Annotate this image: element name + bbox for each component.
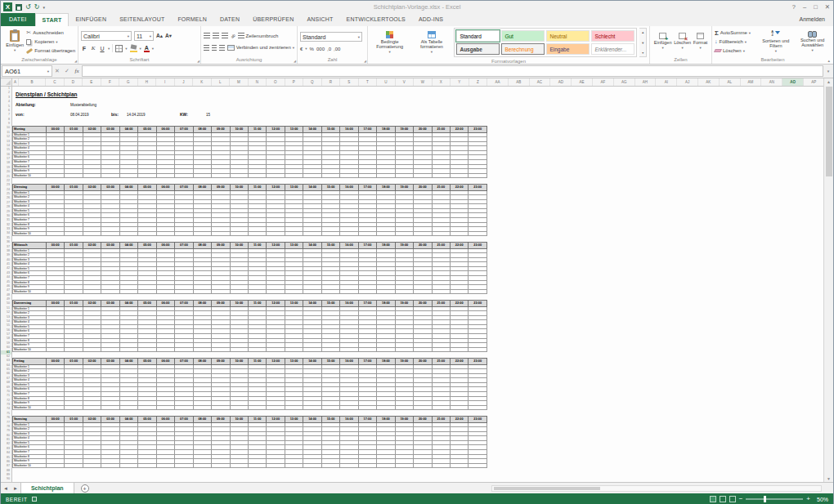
- time-header-cell[interactable]: 21:00: [432, 417, 450, 423]
- style-tile-gut[interactable]: Gut: [501, 30, 545, 42]
- column-header-y[interactable]: Y: [451, 78, 469, 86]
- column-header-ac[interactable]: AC: [530, 78, 551, 86]
- shift-cell[interactable]: [47, 347, 65, 352]
- save-icon[interactable]: [16, 4, 22, 11]
- time-header-cell[interactable]: 06:00: [156, 359, 174, 365]
- time-header-cell[interactable]: 16:00: [340, 127, 358, 133]
- column-header-af[interactable]: AF: [593, 78, 614, 86]
- shift-cell[interactable]: [377, 231, 395, 236]
- decrease-font-icon[interactable]: A▾: [165, 33, 172, 39]
- shift-cell[interactable]: [469, 289, 487, 294]
- time-header-cell[interactable]: 23:00: [469, 185, 487, 191]
- time-header-cell[interactable]: 16:00: [340, 301, 358, 307]
- help-icon[interactable]: ?: [792, 1, 796, 13]
- time-header-cell[interactable]: 20:00: [414, 127, 432, 133]
- shift-cell[interactable]: [119, 405, 137, 410]
- time-header-cell[interactable]: 21:00: [432, 185, 450, 191]
- vertical-scroll-thumb[interactable]: [826, 87, 832, 176]
- shift-cell[interactable]: [414, 289, 432, 294]
- time-header-cell[interactable]: 17:00: [358, 185, 376, 191]
- increase-font-icon[interactable]: A▴: [156, 33, 163, 39]
- day-label-cell[interactable]: Mittwoch: [13, 243, 47, 249]
- day-label-cell[interactable]: Montag: [13, 127, 47, 133]
- time-header-cell[interactable]: 23:00: [469, 243, 487, 249]
- shift-cell[interactable]: [340, 347, 358, 352]
- undo-icon[interactable]: ↺: [25, 2, 31, 12]
- scroll-up-icon[interactable]: ▲: [824, 79, 833, 84]
- shift-cell[interactable]: [358, 289, 376, 294]
- shift-cell[interactable]: [175, 405, 193, 410]
- shift-cell[interactable]: [47, 289, 65, 294]
- column-header-r[interactable]: R: [322, 78, 341, 86]
- enter-icon[interactable]: ✓: [62, 68, 72, 74]
- maximize-icon[interactable]: □: [814, 1, 818, 13]
- time-header-cell[interactable]: 07:00: [175, 127, 193, 133]
- redo-icon[interactable]: ↻: [34, 2, 40, 12]
- time-header-cell[interactable]: 10:00: [230, 301, 248, 307]
- shift-cell[interactable]: [230, 463, 248, 468]
- comma-format-icon[interactable]: 000: [316, 47, 325, 51]
- shift-cell[interactable]: [377, 463, 395, 468]
- time-header-cell[interactable]: 04:00: [119, 301, 137, 307]
- style-tile-schlecht[interactable]: Schlecht: [591, 30, 634, 42]
- time-header-cell[interactable]: 21:00: [432, 127, 450, 133]
- shift-cell[interactable]: [156, 463, 174, 468]
- copy-button[interactable]: Kopieren▾: [26, 38, 75, 46]
- time-header-cell[interactable]: 13:00: [285, 359, 303, 365]
- shift-cell[interactable]: [175, 347, 193, 352]
- shift-cell[interactable]: [101, 289, 119, 294]
- time-header-cell[interactable]: 13:00: [285, 301, 303, 307]
- zoom-out-icon[interactable]: −: [739, 495, 743, 503]
- column-header-ai[interactable]: AI: [656, 78, 677, 86]
- time-header-cell[interactable]: 11:00: [248, 301, 266, 307]
- time-header-cell[interactable]: 07:00: [175, 185, 193, 191]
- column-header-c[interactable]: C: [46, 78, 65, 86]
- time-header-cell[interactable]: 20:00: [414, 359, 432, 365]
- column-header-al[interactable]: AL: [720, 78, 741, 86]
- time-header-cell[interactable]: 17:00: [358, 359, 376, 365]
- shift-cell[interactable]: [377, 347, 395, 352]
- column-header-h[interactable]: H: [138, 78, 157, 86]
- time-header-cell[interactable]: 10:00: [230, 417, 248, 423]
- shift-cell[interactable]: [303, 173, 321, 178]
- sign-in-link[interactable]: Anmelden: [791, 13, 833, 26]
- minimize-icon[interactable]: –: [803, 1, 806, 13]
- shift-cell[interactable]: [414, 463, 432, 468]
- shift-cell[interactable]: [395, 173, 413, 178]
- page-layout-view-icon[interactable]: [720, 496, 726, 502]
- time-header-cell[interactable]: 05:00: [138, 185, 156, 191]
- time-header-cell[interactable]: 16:00: [340, 185, 358, 191]
- time-header-cell[interactable]: 22:00: [450, 243, 468, 249]
- ribbon-tab-entwicklertools[interactable]: ENTWICKLERTOOLS: [340, 13, 412, 26]
- sheet-nav-right-icon[interactable]: ►: [11, 486, 20, 491]
- row-header-90[interactable]: 90: [1, 477, 11, 481]
- column-header-o[interactable]: O: [267, 78, 285, 86]
- shift-cell[interactable]: [138, 289, 156, 294]
- employee-name-cell[interactable]: Mitarbeiter 10: [13, 289, 47, 294]
- shift-cell[interactable]: [358, 405, 376, 410]
- shift-cell[interactable]: [267, 347, 285, 352]
- shift-cell[interactable]: [175, 289, 193, 294]
- shift-cell[interactable]: [267, 405, 285, 410]
- employee-name-cell[interactable]: Mitarbeiter 10: [13, 173, 47, 178]
- column-header-l[interactable]: L: [212, 78, 231, 86]
- time-header-cell[interactable]: 15:00: [321, 359, 339, 365]
- fill-color-icon[interactable]: [130, 45, 137, 52]
- formula-bar-expand-icon[interactable]: ▾: [823, 69, 833, 74]
- format-as-table-button[interactable]: Als Tabelle formatieren▾: [411, 30, 451, 56]
- time-header-cell[interactable]: 00:00: [47, 127, 65, 133]
- time-header-cell[interactable]: 06:00: [156, 417, 174, 423]
- shift-cell[interactable]: [321, 173, 339, 178]
- ribbon-tab-berpr-fen[interactable]: ÜBERPRÜFEN: [246, 13, 300, 26]
- time-header-cell[interactable]: 23:00: [469, 359, 487, 365]
- shift-cell[interactable]: [175, 463, 193, 468]
- time-header-cell[interactable]: 04:00: [119, 359, 137, 365]
- horizontal-scrollbar[interactable]: [491, 485, 822, 492]
- column-header-v[interactable]: V: [396, 78, 415, 86]
- style-tile-erkl-render[interactable]: Erklärender...: [591, 43, 634, 55]
- time-header-cell[interactable]: 20:00: [414, 185, 432, 191]
- bold-button[interactable]: F: [81, 46, 87, 51]
- shift-cell[interactable]: [414, 173, 432, 178]
- time-header-cell[interactable]: 11:00: [248, 359, 266, 365]
- column-header-z[interactable]: Z: [469, 78, 488, 86]
